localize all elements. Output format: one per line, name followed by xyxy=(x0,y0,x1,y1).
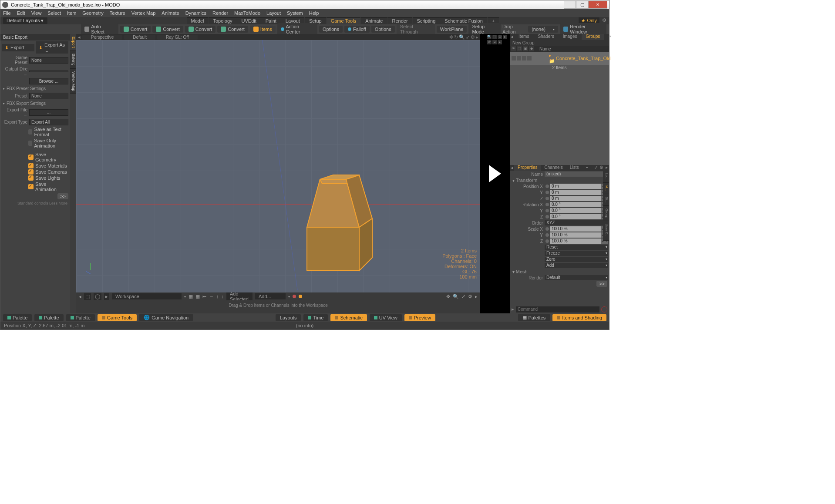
position-z-field[interactable]: 0 m xyxy=(550,196,601,201)
status-dot-orange[interactable] xyxy=(299,295,302,298)
props-tab-lists[interactable]: Lists xyxy=(566,165,582,171)
props-tab-properties[interactable]: Properties xyxy=(514,165,541,171)
more-button[interactable]: >> xyxy=(57,193,68,199)
time-button[interactable]: Time xyxy=(303,314,328,321)
convert-polygons-button[interactable]: Convert xyxy=(185,26,216,33)
minimize-button[interactable]: — xyxy=(564,1,576,9)
save-materials-checkbox[interactable] xyxy=(28,163,34,168)
uv-view-button[interactable]: UV View xyxy=(370,314,402,321)
menu-view[interactable]: View xyxy=(31,10,42,16)
tab-animate[interactable]: Animate xyxy=(361,17,387,24)
palettes-button[interactable]: ▦Palettes xyxy=(518,314,550,321)
menu-geometry[interactable]: Geometry xyxy=(82,10,103,16)
action-center-button[interactable]: Action Center xyxy=(277,23,317,35)
position-y-field[interactable]: 0 m xyxy=(550,190,601,195)
name-column-header[interactable]: Name xyxy=(539,47,551,51)
drop-action-dropdown[interactable]: (none)▾ xyxy=(528,26,558,33)
schematic-button[interactable]: Schematic xyxy=(330,314,367,321)
side-tab-lo[interactable]: Lo... xyxy=(603,170,609,183)
sb-move-icon[interactable]: ✥ xyxy=(446,294,450,299)
export-button[interactable]: ⬇Export xyxy=(2,44,34,51)
schematic-drop-area[interactable]: Drag & Drop Items or Channels into the W… xyxy=(76,300,480,313)
groups-list[interactable]: ▸📁 Concrete_Tank_Trap_Old 2 Items xyxy=(510,52,609,165)
convert-vertices-button[interactable]: Convert xyxy=(120,26,151,33)
menu-system[interactable]: System xyxy=(287,10,303,16)
default-layouts-dropdown[interactable]: Default Layouts ▾ xyxy=(3,17,47,24)
side-tab-group[interactable]: Group xyxy=(603,206,609,221)
standard-controls[interactable]: Standard controls Less More xyxy=(0,200,70,206)
status-dot-red[interactable] xyxy=(293,295,296,298)
record-button[interactable] xyxy=(601,306,607,312)
menu-edit[interactable]: Edit xyxy=(17,10,25,16)
order-dropdown[interactable]: XYZ xyxy=(545,220,608,225)
props-menu-icon[interactable]: ◂ xyxy=(510,165,514,171)
menu-select[interactable]: Select xyxy=(47,10,61,16)
workplane-button[interactable]: WorkPlane xyxy=(437,26,467,33)
render-window-button[interactable]: Render Window xyxy=(560,23,606,35)
tab-model[interactable]: Model xyxy=(187,17,209,24)
game-preset-dropdown[interactable]: None xyxy=(29,57,68,64)
viewport-menu-icon[interactable]: ◂ xyxy=(78,34,81,40)
save-text-format-checkbox[interactable] xyxy=(28,129,32,134)
workspace-dropdown[interactable]: Workspace xyxy=(112,293,182,299)
add-dropdown[interactable]: Add... xyxy=(255,293,286,299)
fbx-export-header[interactable]: FBX Export Settings xyxy=(0,100,70,107)
auto-select-button[interactable]: Auto Select xyxy=(81,23,118,35)
options-2-button[interactable]: Options xyxy=(371,26,395,33)
layouts-button[interactable]: Layouts xyxy=(276,314,301,321)
rotation-y-field[interactable]: 0.0 ° xyxy=(550,208,601,213)
pv-icon-2[interactable]: ⬚ xyxy=(492,35,497,39)
viewport-default-tab[interactable]: Default xyxy=(124,35,155,40)
rp-tab-groups[interactable]: Groups xyxy=(582,34,605,40)
expand-icon[interactable]: ⤢ xyxy=(466,34,470,40)
zero-dropdown[interactable]: Zero xyxy=(545,257,608,262)
menu-dynamics[interactable]: Dynamics xyxy=(185,10,206,16)
reset-dropdown[interactable]: Reset xyxy=(545,245,608,250)
props-tab-channels[interactable]: Channels xyxy=(541,165,566,171)
group-item[interactable]: ▸📁 Concrete_Tank_Trap_Old xyxy=(510,52,609,65)
pv-icon-7[interactable]: ▸ xyxy=(498,40,502,44)
fbx-preset-header[interactable]: FBX Preset Settings xyxy=(0,85,70,92)
convert-edges-button[interactable]: Convert xyxy=(152,26,183,33)
rp-tab-items[interactable]: Items xyxy=(514,34,533,40)
side-tab-si[interactable]: Si... xyxy=(603,194,609,206)
name-field[interactable]: (mixed) xyxy=(545,171,608,177)
save-only-anim-checkbox[interactable] xyxy=(28,141,32,146)
rp-tab-images[interactable]: Images xyxy=(559,34,582,40)
gear-icon[interactable]: ⚙ xyxy=(471,34,475,40)
schematic-menu-icon[interactable]: ◂ xyxy=(79,294,81,299)
rotate-icon[interactable]: ↻ xyxy=(454,34,458,40)
tab-gametools[interactable]: Game Tools xyxy=(327,17,361,24)
palette-1-button[interactable]: Palette xyxy=(3,314,32,321)
menu-file[interactable]: File xyxy=(3,10,11,16)
menu-maxtomodo[interactable]: MaxToModo xyxy=(234,10,260,16)
pv-icon-3[interactable]: ⚙ xyxy=(498,35,502,39)
setup-mode-button[interactable]: Setup Mode xyxy=(468,23,501,35)
viewport-perspective-tab[interactable]: Perspective xyxy=(82,35,122,40)
menu-animate[interactable]: Animate xyxy=(162,10,179,16)
side-tab-userc[interactable]: User C... xyxy=(603,221,609,241)
menu-item[interactable]: Item xyxy=(67,10,76,16)
preset-dropdown[interactable]: None xyxy=(29,93,68,99)
play-icon[interactable] xyxy=(489,165,501,182)
pv-icon-4[interactable]: ▸ xyxy=(503,35,507,39)
move-icon[interactable]: ✥ xyxy=(449,34,453,40)
command-input[interactable]: Command xyxy=(516,306,599,312)
side-tab-m[interactable]: M... xyxy=(603,183,609,194)
pv-icon-1[interactable]: 🔍 xyxy=(487,35,492,39)
save-lights-checkbox[interactable] xyxy=(28,175,34,181)
menu-vertexmap[interactable]: Vertex Map xyxy=(131,10,156,16)
options-1-button[interactable]: Options xyxy=(319,26,343,33)
scale-x-field[interactable]: 100.0 % xyxy=(550,226,601,232)
pv-icon-6[interactable]: ◂ xyxy=(492,40,497,44)
rp-tab-shaders[interactable]: Shaders xyxy=(533,34,558,40)
items-button[interactable]: Items xyxy=(250,26,276,33)
tab-uvedit[interactable]: UVEdit xyxy=(237,17,261,24)
col-3-icon[interactable]: ▣ xyxy=(523,46,528,51)
chevron-right-icon[interactable]: ▸ xyxy=(476,34,478,40)
scale-y-field[interactable]: 100.0 % xyxy=(550,232,601,238)
browse-button[interactable]: Browse ... xyxy=(29,78,68,84)
position-x-field[interactable]: 0 m xyxy=(550,184,601,189)
freeze-dropdown[interactable]: Freeze xyxy=(545,251,608,256)
key-dot[interactable] xyxy=(545,185,549,188)
